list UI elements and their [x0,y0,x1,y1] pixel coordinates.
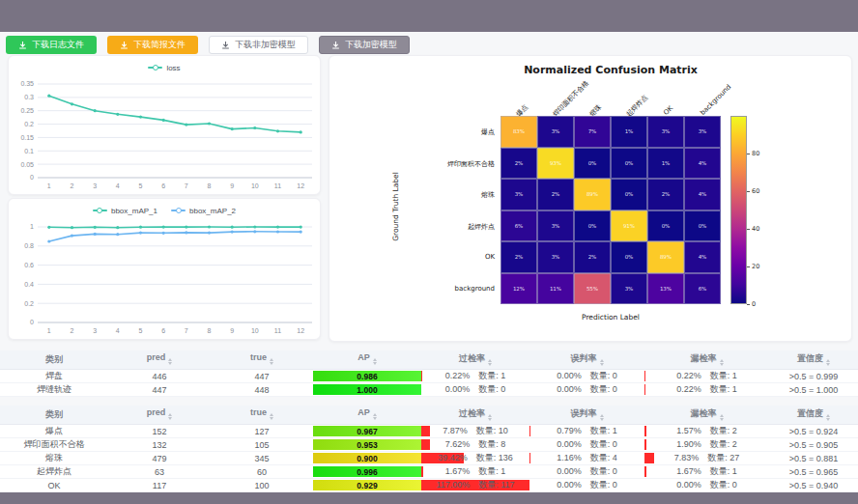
loss-chart-card: loss 00.050.10.150.20.250.30.35123456789… [8,55,321,195]
svg-text:6: 6 [161,182,165,189]
sort-carets-icon[interactable] [600,412,604,423]
cell-miss-rate: 1.67%数量: 1 [644,465,769,479]
cm-cell: 2% [500,241,537,273]
sort-carets-icon[interactable] [720,412,724,423]
legend-item-loss[interactable]: loss [148,64,180,72]
col-header-label: 类别 [45,409,63,419]
cm-cell: 89% [574,179,611,210]
sort-carets-icon[interactable] [720,357,724,368]
miss-rate-pct: 0.22% [676,370,701,382]
col-header-漏检率[interactable]: 漏检率 [644,406,769,425]
svg-text:10: 10 [251,327,259,334]
misjudge-rate: 0.00%数量: 0 [529,383,644,396]
table-row: OK1171000.929117.00%数量: 1170.00%数量: 00.0… [0,479,858,492]
cm-cell: 89% [647,241,684,273]
col-header-true[interactable]: true [211,350,313,370]
sort-carets-icon[interactable] [270,411,273,422]
loss-chart-legend: loss [9,56,320,76]
cell-category: 熔珠 [0,452,108,465]
cm-row-label: 熔珠 [329,190,495,200]
col-header-漏检率[interactable]: 漏检率 [644,350,769,370]
col-header-label: 漏检率 [691,353,717,363]
sort-carets-icon[interactable] [373,411,377,422]
col-header-label: true [250,407,267,417]
legend-item-bbox_mAP_2[interactable]: bbox_mAP_2 [171,207,236,215]
confusion-matrix-title: Normalized Confusion Matrix [329,64,858,76]
col-header-label: pred [147,352,166,362]
cm-cell: 3% [500,179,537,210]
sort-carets-icon[interactable] [488,412,492,423]
col-header-过检率[interactable]: 过检率 [421,350,529,370]
sort-carets-icon[interactable] [488,357,492,368]
svg-text:0.1: 0.1 [24,148,34,154]
cell-category: OK [0,479,108,492]
cell-confidence: >0.5 = 1.000 [769,383,858,397]
download-encrypted-model-button[interactable]: 下载加密模型 [319,36,410,54]
bbox-map-chart-legend: bbox_mAP_1bbox_mAP_2 [9,199,320,219]
svg-text:0.6: 0.6 [24,262,34,268]
svg-text:12: 12 [297,327,304,334]
svg-text:1: 1 [47,182,51,189]
col-header-过检率[interactable]: 过检率 [421,406,529,425]
sort-carets-icon[interactable] [600,357,604,368]
cm-colorbar-tick: 40 [752,225,759,233]
svg-text:7: 7 [185,182,188,189]
cell-ap: 0.953 [313,438,421,452]
legend-item-bbox_mAP_1[interactable]: bbox_mAP_1 [93,207,157,215]
cm-cell: 1% [647,148,684,180]
sort-carets-icon[interactable] [270,356,273,367]
svg-text:9: 9 [230,182,234,189]
training-dashboard: 下载日志文件下载简报文件下载非加密模型下载加密模型 loss 00.050.10… [0,0,858,504]
ap-bar: 0.996 [313,466,421,477]
cm-colorbar-tickmark [747,304,750,305]
misjudge-rate-count: 数量: 0 [590,383,617,396]
cell-pred: 63 [108,465,211,479]
download-report-file-button[interactable]: 下载简报文件 [107,36,198,54]
sort-carets-icon[interactable] [826,412,830,423]
cell-true: 345 [211,452,313,465]
cell-misjudge-rate: 1.16%数量: 4 [529,452,644,465]
col-header-label: AP [358,352,370,362]
misjudge-rate-count: 数量: 0 [590,479,617,491]
cm-cell: 4% [684,179,721,210]
sort-carets-icon[interactable] [373,356,377,367]
cm-cell: 11% [537,273,574,305]
col-header-pred[interactable]: pred [108,350,211,370]
over-rate: 1.67%数量: 1 [421,465,529,478]
misjudge-rate-pct: 0.00% [557,465,582,478]
over-rate-count: 数量: 10 [476,425,508,437]
miss-rate: 0.22%数量: 1 [644,370,769,382]
col-header-置信度[interactable]: 置信度 [769,350,858,370]
col-header-true[interactable]: true [211,406,313,425]
download-unencrypted-model-button[interactable]: 下载非加密模型 [209,36,308,54]
col-header-置信度[interactable]: 置信度 [769,406,858,425]
miss-rate-count: 数量: 1 [710,370,737,382]
download-log-file-button[interactable]: 下载日志文件 [6,36,97,54]
svg-text:0.2: 0.2 [24,121,34,127]
button-label: 下载非加密模型 [235,39,296,51]
cm-cell: 0% [611,179,647,210]
metrics-table: 类别predtrueAP过检率误判率漏检率置信度爆点1521270.9677.8… [0,406,858,492]
page-content: 下载日志文件下载简报文件下载非加密模型下载加密模型 loss 00.050.10… [0,32,858,486]
col-header-AP[interactable]: AP [313,406,421,425]
svg-text:0: 0 [30,319,34,325]
cell-pred: 479 [108,452,211,465]
sort-carets-icon[interactable] [826,357,830,368]
misjudge-rate-pct: 0.00% [557,370,582,382]
col-header-误判率[interactable]: 误判率 [529,406,644,425]
cm-cell: 4% [684,241,721,273]
sort-carets-icon[interactable] [168,411,172,422]
col-header-误判率[interactable]: 误判率 [529,350,644,370]
col-header-label: 漏检率 [691,408,717,418]
over-rate: 0.22%数量: 1 [421,370,529,382]
cm-colorbar-tickmark [747,229,750,230]
confusion-matrix-ylabel: Ground Truth Label [391,172,400,241]
sort-carets-icon[interactable] [168,356,172,367]
col-header-AP[interactable]: AP [313,350,421,370]
col-header-pred[interactable]: pred [108,406,211,425]
cell-confidence: >0.5 = 0.924 [769,425,858,438]
cell-true: 127 [211,425,313,438]
svg-text:7: 7 [185,327,188,334]
table-row: 熔珠4793450.90039.42%数量: 1361.16%数量: 47.83… [0,452,858,465]
miss-rate-count: 数量: 2 [710,425,737,437]
